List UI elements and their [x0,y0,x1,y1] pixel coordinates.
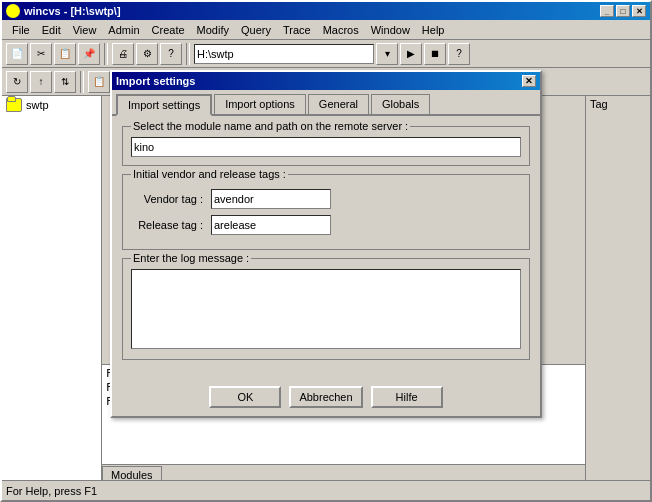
dialog-close-button[interactable]: ✕ [522,75,536,87]
dialog-tabs: Import settings Import options General G… [112,90,540,116]
vendor-tag-row: Vendor tag : [131,189,521,209]
sep3 [80,71,84,93]
menu-edit[interactable]: Edit [36,22,67,38]
log-message-textarea[interactable] [131,269,521,349]
module-legend: Select the module name and path on the r… [131,120,410,132]
stop-button[interactable]: ⏹ [424,43,446,65]
sep2 [186,43,190,65]
menu-create[interactable]: Create [146,22,191,38]
log-message-legend: Enter the log message : [131,252,251,264]
tree-item-swtp[interactable]: swtp [2,96,101,114]
window-title: wincvs - [H:\swtp\] [24,5,121,17]
dialog-title-bar: Import settings ✕ [112,72,540,90]
vendor-fieldset: Initial vendor and release tags : Vendor… [122,174,530,250]
menu-help[interactable]: Help [416,22,451,38]
update-button[interactable]: ↻ [6,71,28,93]
tab-import-settings[interactable]: Import settings [116,94,212,116]
menu-query[interactable]: Query [235,22,277,38]
print-button[interactable]: 🖨 [112,43,134,65]
dialog-title-text: Import settings [116,75,195,87]
tab-globals[interactable]: Globals [371,94,430,114]
main-window: wincvs - [H:\swtp\] _ □ ✕ File Edit View… [0,0,652,502]
help-button[interactable]: ? [160,43,182,65]
paste-button[interactable]: 📌 [78,43,100,65]
folder-icon [6,98,22,112]
prefs-button[interactable]: ⚙ [136,43,158,65]
path-dropdown[interactable]: ▾ [376,43,398,65]
menu-bar: File Edit View Admin Create Modify Query… [2,20,650,40]
dialog-buttons: OK Abbrechen Hilfe [112,378,540,416]
path-input[interactable] [194,44,374,64]
menu-window[interactable]: Window [365,22,416,38]
module-input[interactable] [131,137,521,157]
copy-button[interactable]: 📋 [54,43,76,65]
menu-admin[interactable]: Admin [102,22,145,38]
title-bar: wincvs - [H:\swtp\] _ □ ✕ [2,2,650,20]
sep1 [104,43,108,65]
tab-import-options[interactable]: Import options [214,94,306,114]
maximize-button[interactable]: □ [616,5,630,17]
dialog-body: Select the module name and path on the r… [112,116,540,378]
commit-button[interactable]: ↑ [30,71,52,93]
vendor-legend: Initial vendor and release tags : [131,168,288,180]
release-tag-input[interactable] [211,215,331,235]
minimize-button[interactable]: _ [600,5,614,17]
left-panel: swtp [2,96,102,484]
diff-button[interactable]: ⇅ [54,71,76,93]
new-button[interactable]: 📄 [6,43,28,65]
help-button[interactable]: Hilfe [371,386,443,408]
vendor-tag-input[interactable] [211,189,331,209]
close-button[interactable]: ✕ [632,5,646,17]
vendor-tag-label: Vendor tag : [131,193,211,205]
menu-modify[interactable]: Modify [191,22,235,38]
menu-macros[interactable]: Macros [317,22,365,38]
status-text: For Help, press F1 [6,485,97,497]
log-button[interactable]: 📋 [88,71,110,93]
tb-help2[interactable]: ? [448,43,470,65]
go-button[interactable]: ▶ [400,43,422,65]
menu-view[interactable]: View [67,22,103,38]
cancel-button[interactable]: Abbrechen [289,386,362,408]
tag-panel: Tag [585,96,650,484]
ok-button[interactable]: OK [209,386,281,408]
log-message-fieldset: Enter the log message : [122,258,530,360]
module-fieldset: Select the module name and path on the r… [122,126,530,166]
menu-trace[interactable]: Trace [277,22,317,38]
tree-label: swtp [26,99,49,111]
toolbar-row1: 📄 ✂ 📋 📌 🖨 ⚙ ? ▾ ▶ ⏹ ? [2,40,650,68]
title-bar-buttons: _ □ ✕ [600,5,646,17]
release-tag-label: Release tag : [131,219,211,231]
release-tag-row: Release tag : [131,215,521,235]
menu-file[interactable]: File [6,22,36,38]
status-bar: For Help, press F1 [2,480,650,500]
import-settings-dialog: Import settings ✕ Import settings Import… [110,70,542,418]
tag-label: Tag [586,96,650,112]
tab-general[interactable]: General [308,94,369,114]
app-icon [6,4,20,18]
cut-button[interactable]: ✂ [30,43,52,65]
